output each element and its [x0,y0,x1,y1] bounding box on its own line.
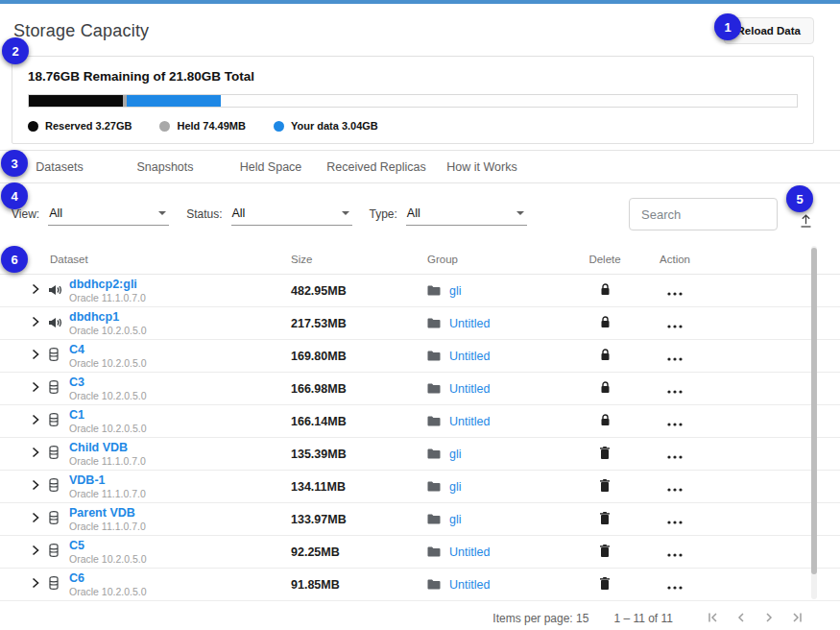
delete-button[interactable] [600,381,611,397]
trash-icon [600,447,610,462]
export-button[interactable] [798,212,814,231]
items-per-page-value[interactable]: 15 [576,612,588,625]
filter-select-dropdown[interactable]: All [231,204,352,226]
expand-row-button[interactable] [29,349,39,363]
dataset-name-link[interactable]: C4 [69,343,291,356]
reload-data-button[interactable]: Reload Data [724,17,814,44]
column-header-dataset: Dataset [46,254,291,265]
delete-button[interactable] [600,545,610,560]
dataset-name-link[interactable]: C3 [69,376,291,389]
dataset-version: Oracle 11.1.0.7.0 [69,455,291,467]
next-page-button[interactable] [761,611,777,626]
delete-button[interactable] [600,479,610,495]
tab-item[interactable]: How it Works [429,160,535,174]
legend-label: Your data [291,120,339,132]
storage-bar-segment [127,95,221,107]
folder-icon [427,478,441,496]
dataset-name-link[interactable]: C1 [69,408,291,422]
expand-row-button[interactable] [29,316,39,330]
tab-item[interactable]: Snapshots [112,160,218,174]
actions-menu-button[interactable] [667,545,683,560]
dataset-name-link[interactable]: C6 [69,571,291,585]
actions-menu-button[interactable] [667,284,683,299]
group-link[interactable]: Untitled [449,317,490,330]
actions-menu-button[interactable] [667,448,683,462]
actions-menu-button[interactable] [667,578,683,593]
more-horizontal-icon [667,578,683,593]
legend-item: Your data3.04GB [274,120,381,132]
group-link[interactable]: gli [449,284,462,298]
dataset-name-link[interactable]: C5 [69,539,291,552]
actions-menu-button[interactable] [667,480,683,495]
delete-button[interactable] [600,447,610,462]
dataset-name-link[interactable]: VDB-1 [69,473,291,487]
dataset-version: Oracle 10.2.0.5.0 [69,325,291,336]
actions-menu-button[interactable] [667,317,683,331]
page-range: 1 – 11 of 11 [613,612,673,625]
group-link[interactable]: Untitled [449,382,490,396]
filter-select-dropdown[interactable]: All [406,204,527,226]
expand-row-button[interactable] [29,512,39,526]
group-link[interactable]: gli [449,480,462,494]
filter-select-dropdown[interactable]: All [48,204,169,226]
delete-button[interactable] [600,577,610,593]
table-row: VDB-1 Oracle 11.1.0.7.0 134.11MB gli [0,471,840,503]
group-link[interactable]: Untitled [449,578,490,592]
tab-item[interactable]: Datasets [7,160,112,174]
dataset-size: 91.85MB [291,578,427,592]
group-link[interactable]: gli [449,448,462,461]
delete-button[interactable] [600,414,611,429]
page-header: Storage Capacity Reload Data [0,4,840,52]
dataset-name-link[interactable]: dbdhcp1 [69,310,291,324]
table-row: dbdhcp2:gli Oracle 11.1.0.7.0 482.95MB g… [0,275,840,307]
chevron-right-icon [32,512,39,526]
expand-row-button[interactable] [29,381,39,396]
group-link[interactable]: Untitled [449,350,490,363]
delete-button[interactable] [600,283,611,299]
column-header-group: Group [427,254,576,265]
actions-menu-button[interactable] [667,513,683,527]
actions-menu-button[interactable] [667,415,683,429]
tab-item[interactable]: Held Space [218,160,324,174]
actions-menu-button[interactable] [667,350,683,364]
chevron-right-icon [32,316,39,330]
previous-page-button[interactable] [733,611,749,626]
tab-item[interactable]: Received Replicas [324,160,429,174]
table-row: dbdhcp1 Oracle 10.2.0.5.0 217.53MB Untit… [0,307,840,340]
table-header-row: Dataset Size Group Delete Action [0,245,840,275]
expand-row-button[interactable] [29,479,39,494]
dataset-name-link[interactable]: Child VDB [69,441,291,454]
expand-row-button[interactable] [29,577,39,592]
last-page-button[interactable] [789,611,804,626]
chevron-down-icon [342,211,349,215]
trash-icon [600,577,610,593]
delete-button[interactable] [600,316,611,331]
dataset-size: 482.95MB [291,284,427,298]
chevron-right-icon [32,349,39,363]
vdb-database-icon [48,478,60,496]
expand-row-button[interactable] [29,447,39,461]
table-scrollbar-thumb[interactable] [811,248,817,574]
trash-icon [600,512,610,527]
search-input[interactable] [629,198,778,230]
delete-button[interactable] [600,349,611,364]
dataset-version: Oracle 10.2.0.5.0 [69,586,291,597]
actions-menu-button[interactable] [667,382,683,397]
filter-selected-value: All [49,206,62,220]
first-page-button[interactable] [706,611,721,626]
expand-row-button[interactable] [29,545,39,559]
group-link[interactable]: Untitled [449,545,490,559]
trash-icon [600,545,610,560]
expand-row-button[interactable] [29,414,39,428]
dataset-size: 134.11MB [291,480,427,494]
dataset-name-link[interactable]: Parent VDB [69,506,291,520]
group-link[interactable]: gli [449,513,462,526]
group-link[interactable]: Untitled [449,415,490,428]
chevron-right-icon [32,545,39,559]
last-page-icon [790,611,804,627]
dataset-version: Oracle 11.1.0.7.0 [69,488,291,499]
dataset-name-link[interactable]: dbdhcp2:gli [69,278,291,291]
delete-button[interactable] [600,512,610,527]
table-row: C1 Oracle 10.2.0.5.0 166.14MB Untitled [0,405,840,438]
expand-row-button[interactable] [29,283,39,298]
